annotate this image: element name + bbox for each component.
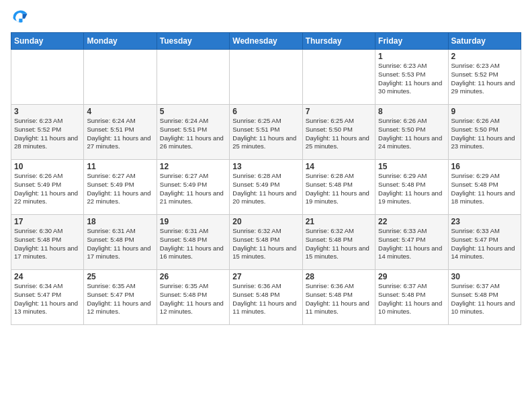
logo: [11, 8, 32, 27]
day-number: 21: [306, 217, 372, 226]
calendar: SundayMondayTuesdayWednesdayThursdayFrid…: [11, 32, 521, 325]
day-info: Sunrise: 6:29 AM Sunset: 5:48 PM Dayligh…: [451, 172, 518, 206]
day-number: 27: [232, 272, 299, 281]
day-number: 13: [232, 162, 299, 171]
calendar-week-row: 1Sunrise: 6:23 AM Sunset: 5:53 PM Daylig…: [11, 50, 521, 105]
day-info: Sunrise: 6:31 AM Sunset: 5:48 PM Dayligh…: [160, 227, 226, 261]
day-info: Sunrise: 6:24 AM Sunset: 5:51 PM Dayligh…: [160, 117, 226, 151]
day-number: 2: [451, 52, 518, 61]
day-number: 26: [160, 272, 226, 281]
day-info: Sunrise: 6:23 AM Sunset: 5:52 PM Dayligh…: [451, 62, 518, 96]
day-number: 3: [14, 107, 81, 116]
weekday-header: Thursday: [302, 33, 375, 50]
calendar-cell: 1Sunrise: 6:23 AM Sunset: 5:53 PM Daylig…: [375, 50, 448, 105]
calendar-cell: 22Sunrise: 6:33 AM Sunset: 5:47 PM Dayli…: [375, 215, 448, 270]
calendar-cell: 13Sunrise: 6:28 AM Sunset: 5:49 PM Dayli…: [230, 160, 302, 215]
day-info: Sunrise: 6:32 AM Sunset: 5:48 PM Dayligh…: [306, 227, 372, 261]
calendar-cell: 20Sunrise: 6:32 AM Sunset: 5:48 PM Dayli…: [230, 215, 302, 270]
calendar-cell: 8Sunrise: 6:26 AM Sunset: 5:50 PM Daylig…: [375, 105, 448, 160]
day-info: Sunrise: 6:36 AM Sunset: 5:48 PM Dayligh…: [232, 282, 299, 316]
calendar-cell: 15Sunrise: 6:29 AM Sunset: 5:48 PM Dayli…: [375, 160, 448, 215]
day-number: 8: [378, 107, 445, 116]
calendar-cell: [230, 50, 302, 105]
weekday-header: Tuesday: [157, 33, 229, 50]
calendar-cell: [11, 50, 84, 105]
day-info: Sunrise: 6:28 AM Sunset: 5:49 PM Dayligh…: [232, 172, 299, 206]
day-info: Sunrise: 6:37 AM Sunset: 5:48 PM Dayligh…: [378, 282, 445, 316]
day-number: 24: [14, 272, 81, 281]
day-info: Sunrise: 6:32 AM Sunset: 5:48 PM Dayligh…: [232, 227, 299, 261]
day-info: Sunrise: 6:35 AM Sunset: 5:47 PM Dayligh…: [87, 282, 153, 316]
weekday-header-row: SundayMondayTuesdayWednesdayThursdayFrid…: [11, 33, 521, 50]
day-number: 19: [160, 217, 226, 226]
day-number: 15: [378, 162, 445, 171]
day-info: Sunrise: 6:26 AM Sunset: 5:50 PM Dayligh…: [378, 117, 445, 151]
calendar-week-row: 17Sunrise: 6:30 AM Sunset: 5:48 PM Dayli…: [11, 215, 521, 270]
day-info: Sunrise: 6:30 AM Sunset: 5:48 PM Dayligh…: [14, 227, 81, 261]
page: SundayMondayTuesdayWednesdayThursdayFrid…: [0, 0, 532, 411]
day-number: 30: [451, 272, 518, 281]
calendar-cell: 4Sunrise: 6:24 AM Sunset: 5:51 PM Daylig…: [84, 105, 157, 160]
logo-icon: [11, 8, 30, 27]
day-number: 28: [306, 272, 372, 281]
calendar-cell: 29Sunrise: 6:37 AM Sunset: 5:48 PM Dayli…: [375, 270, 448, 325]
calendar-week-row: 3Sunrise: 6:23 AM Sunset: 5:52 PM Daylig…: [11, 105, 521, 160]
day-info: Sunrise: 6:25 AM Sunset: 5:50 PM Dayligh…: [306, 117, 372, 151]
day-info: Sunrise: 6:33 AM Sunset: 5:47 PM Dayligh…: [378, 227, 445, 261]
calendar-cell: 10Sunrise: 6:26 AM Sunset: 5:49 PM Dayli…: [11, 160, 84, 215]
day-number: 9: [451, 107, 518, 116]
weekday-header: Monday: [84, 33, 157, 50]
day-number: 14: [306, 162, 372, 171]
calendar-cell: 17Sunrise: 6:30 AM Sunset: 5:48 PM Dayli…: [11, 215, 84, 270]
day-number: 18: [87, 217, 153, 226]
day-number: 1: [378, 52, 445, 61]
day-number: 23: [451, 217, 518, 226]
day-info: Sunrise: 6:27 AM Sunset: 5:49 PM Dayligh…: [160, 172, 226, 206]
day-info: Sunrise: 6:24 AM Sunset: 5:51 PM Dayligh…: [87, 117, 153, 151]
calendar-cell: 16Sunrise: 6:29 AM Sunset: 5:48 PM Dayli…: [448, 160, 521, 215]
day-info: Sunrise: 6:23 AM Sunset: 5:52 PM Dayligh…: [14, 117, 81, 151]
day-info: Sunrise: 6:35 AM Sunset: 5:48 PM Dayligh…: [160, 282, 226, 316]
calendar-week-row: 10Sunrise: 6:26 AM Sunset: 5:49 PM Dayli…: [11, 160, 521, 215]
day-number: 20: [232, 217, 299, 226]
day-info: Sunrise: 6:26 AM Sunset: 5:50 PM Dayligh…: [451, 117, 518, 151]
day-info: Sunrise: 6:28 AM Sunset: 5:48 PM Dayligh…: [306, 172, 372, 206]
calendar-cell: 27Sunrise: 6:36 AM Sunset: 5:48 PM Dayli…: [230, 270, 302, 325]
day-info: Sunrise: 6:29 AM Sunset: 5:48 PM Dayligh…: [378, 172, 445, 206]
day-number: 12: [160, 162, 226, 171]
calendar-cell: [302, 50, 375, 105]
header: [11, 8, 521, 27]
day-info: Sunrise: 6:36 AM Sunset: 5:48 PM Dayligh…: [306, 282, 372, 316]
day-number: 11: [87, 162, 153, 171]
day-number: 4: [87, 107, 153, 116]
calendar-cell: 14Sunrise: 6:28 AM Sunset: 5:48 PM Dayli…: [302, 160, 375, 215]
weekday-header: Wednesday: [230, 33, 302, 50]
day-number: 25: [87, 272, 153, 281]
weekday-header: Saturday: [448, 33, 521, 50]
calendar-cell: 23Sunrise: 6:33 AM Sunset: 5:47 PM Dayli…: [448, 215, 521, 270]
calendar-cell: [157, 50, 229, 105]
calendar-cell: 11Sunrise: 6:27 AM Sunset: 5:49 PM Dayli…: [84, 160, 157, 215]
calendar-cell: 18Sunrise: 6:31 AM Sunset: 5:48 PM Dayli…: [84, 215, 157, 270]
calendar-cell: 28Sunrise: 6:36 AM Sunset: 5:48 PM Dayli…: [302, 270, 375, 325]
day-info: Sunrise: 6:23 AM Sunset: 5:53 PM Dayligh…: [378, 62, 445, 96]
calendar-cell: 19Sunrise: 6:31 AM Sunset: 5:48 PM Dayli…: [157, 215, 229, 270]
calendar-cell: 24Sunrise: 6:34 AM Sunset: 5:47 PM Dayli…: [11, 270, 84, 325]
day-number: 6: [232, 107, 299, 116]
day-info: Sunrise: 6:31 AM Sunset: 5:48 PM Dayligh…: [87, 227, 153, 261]
day-info: Sunrise: 6:34 AM Sunset: 5:47 PM Dayligh…: [14, 282, 81, 316]
calendar-cell: 6Sunrise: 6:25 AM Sunset: 5:51 PM Daylig…: [230, 105, 302, 160]
day-number: 29: [378, 272, 445, 281]
calendar-cell: 30Sunrise: 6:37 AM Sunset: 5:48 PM Dayli…: [448, 270, 521, 325]
calendar-cell: 3Sunrise: 6:23 AM Sunset: 5:52 PM Daylig…: [11, 105, 84, 160]
calendar-cell: 9Sunrise: 6:26 AM Sunset: 5:50 PM Daylig…: [448, 105, 521, 160]
calendar-week-row: 24Sunrise: 6:34 AM Sunset: 5:47 PM Dayli…: [11, 270, 521, 325]
calendar-cell: 21Sunrise: 6:32 AM Sunset: 5:48 PM Dayli…: [302, 215, 375, 270]
day-info: Sunrise: 6:37 AM Sunset: 5:48 PM Dayligh…: [451, 282, 518, 316]
day-number: 10: [14, 162, 81, 171]
day-number: 7: [306, 107, 372, 116]
weekday-header: Friday: [375, 33, 448, 50]
day-info: Sunrise: 6:27 AM Sunset: 5:49 PM Dayligh…: [87, 172, 153, 206]
calendar-cell: [84, 50, 157, 105]
calendar-cell: 7Sunrise: 6:25 AM Sunset: 5:50 PM Daylig…: [302, 105, 375, 160]
